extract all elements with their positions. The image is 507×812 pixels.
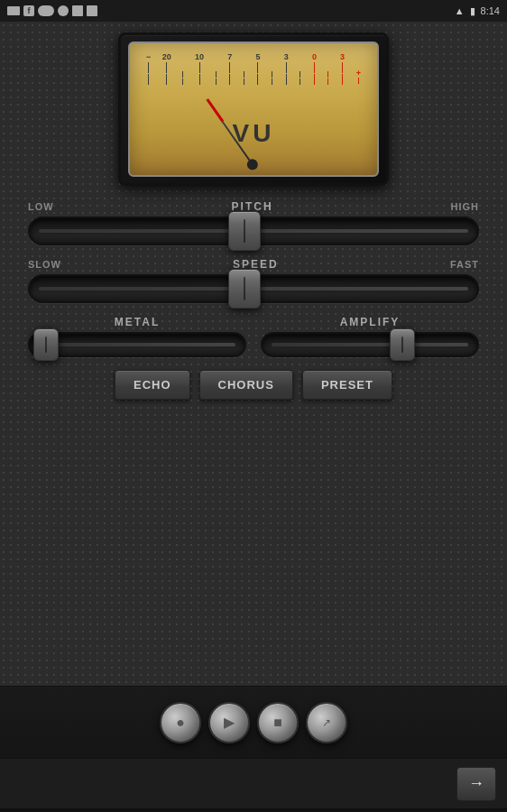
amplify-fill — [272, 343, 468, 346]
pitch-high-label: HIGH — [450, 201, 479, 212]
battery-icon: ▮ — [470, 5, 475, 17]
scale-tick1 — [182, 71, 183, 85]
status-icons-right: ▲ ▮ 8:14 — [455, 5, 500, 17]
share-button[interactable]: ↗ — [306, 702, 347, 743]
scale-tick6 — [327, 71, 328, 85]
scale-3: 3 — [284, 52, 289, 85]
play-icon: ▶ — [224, 714, 235, 731]
metal-thumb[interactable] — [33, 328, 59, 361]
scale-tick3 — [244, 71, 244, 85]
chorus-button[interactable]: CHORUS — [199, 370, 293, 400]
stop-button[interactable]: ■ — [257, 702, 299, 743]
scale-plus: + — [356, 69, 361, 85]
scale-tick2 — [216, 71, 217, 85]
speed-thumb[interactable] — [228, 269, 261, 309]
transport-bar: ● ▶ ■ ↗ — [0, 686, 507, 758]
share-icon: ↗ — [322, 716, 331, 729]
eye-icon — [38, 5, 54, 16]
tag-icon — [87, 5, 97, 16]
status-bar: f ▲ ▮ 8:14 — [0, 0, 507, 22]
speed-track[interactable] — [28, 274, 479, 303]
scale-3plus: 3 — [340, 52, 345, 85]
metal-fill — [39, 343, 235, 346]
scale-0: 0 — [312, 52, 317, 85]
amplify-track[interactable] — [261, 332, 479, 357]
metal-label: METAL — [28, 316, 246, 328]
metal-track[interactable] — [28, 332, 246, 357]
scale-tick5 — [300, 71, 300, 85]
vu-scale: − 20 10 7 5 3 0 3 + — [146, 52, 361, 85]
pitch-slider-group: LOW PITCH HIGH — [28, 200, 479, 245]
amplify-thumb[interactable] — [390, 328, 415, 361]
grid-icon — [72, 5, 83, 16]
echo-button[interactable]: ECHO — [115, 370, 190, 400]
speed-slow-label: SLOW — [28, 259, 61, 270]
info-bar: → — [0, 758, 507, 808]
amplify-label: AMPLIFY — [261, 316, 479, 328]
pitch-thumb[interactable] — [228, 211, 261, 251]
scale-tick4 — [272, 71, 272, 85]
scale-20: 20 — [162, 52, 171, 85]
speed-fast-label: FAST — [450, 259, 479, 270]
speed-slider-group: SLOW SPEED FAST — [28, 258, 479, 303]
scale-7: 7 — [227, 52, 232, 85]
scale-minus: − — [146, 52, 151, 85]
vu-label: VU — [130, 119, 377, 148]
status-icons-left: f — [7, 5, 97, 16]
wifi-icon: ▲ — [455, 5, 465, 16]
pitch-track[interactable] — [28, 217, 479, 245]
nav-bar: ← ⌂ ▣ — [0, 808, 507, 812]
circle-icon — [58, 5, 69, 16]
buttons-row: ECHO CHORUS PRESET — [28, 370, 479, 400]
play-button[interactable]: ▶ — [208, 702, 250, 743]
stop-icon: ■ — [273, 715, 282, 731]
vu-meter: − 20 10 7 5 3 0 3 + VU — [128, 42, 379, 177]
scale-5: 5 — [255, 52, 260, 85]
controls: LOW PITCH HIGH SLOW SPEED FAST — [19, 200, 488, 400]
scale-10: 10 — [195, 52, 204, 85]
next-button[interactable]: → — [456, 767, 496, 801]
metal-col: METAL — [28, 316, 246, 357]
clock: 8:14 — [481, 5, 500, 16]
app-area: − 20 10 7 5 3 0 3 + VU — [0, 22, 507, 686]
mail-icon — [7, 6, 20, 15]
record-icon: ● — [176, 715, 185, 731]
vu-meter-container: − 20 10 7 5 3 0 3 + VU — [118, 32, 389, 186]
metal-amplify-row: METAL AMPLIFY — [28, 316, 479, 357]
facebook-icon: f — [23, 5, 34, 16]
next-arrow-icon: → — [468, 774, 484, 793]
pitch-low-label: LOW — [28, 201, 54, 212]
record-button[interactable]: ● — [160, 702, 201, 743]
preset-button[interactable]: PRESET — [302, 370, 392, 400]
amplify-col: AMPLIFY — [261, 316, 479, 357]
